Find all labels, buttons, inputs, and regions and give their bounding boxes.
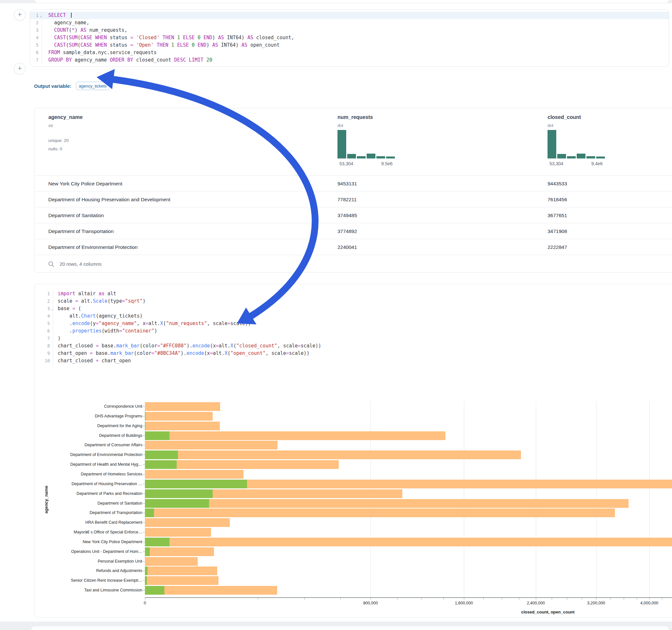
sql-cell[interactable]: 1⌄SELECT 2 agency_name,3 COUNT(*) AS num…	[30, 9, 669, 67]
code-line-7[interactable]: 7GROUP BY agency_name ORDER BY closed_co…	[30, 56, 669, 64]
histogram-bar	[557, 154, 566, 159]
python-editor[interactable]: 1import altair as alt2scale = alt.Scale(…	[34, 290, 672, 365]
chart-x-label: 1,600,000	[445, 601, 483, 605]
table-cell: Department of Housing Preservation and D…	[48, 192, 170, 208]
column-header-num_requests[interactable]: num_requests	[337, 114, 373, 120]
bar-closed-count	[145, 566, 217, 575]
chart-x-tick	[624, 597, 624, 600]
histogram-max-label: 9.4e6	[591, 161, 603, 166]
table-header: agency_namestrunique: 20nulls: 0num_requ…	[34, 108, 672, 175]
bar-open-count	[145, 538, 170, 547]
code-text: chart_open = base.mark_bar(color="#8BC34…	[53, 350, 310, 357]
code-line-3[interactable]: 3 COUNT(*) AS num_requests,	[30, 27, 669, 34]
chart-x-tick	[610, 597, 610, 600]
code-text: .encode(y="agency_name", x=alt.X("num_re…	[53, 320, 251, 327]
chart-x-tick	[421, 597, 422, 600]
chart-x-tick	[662, 597, 662, 600]
histogram-bar	[586, 156, 595, 159]
previous-cell-edge	[34, 0, 669, 3]
bar-closed-count	[145, 412, 213, 421]
code-line-5[interactable]: 5 .encode(y="agency_name", x=alt.X("num_…	[34, 320, 672, 327]
chart-y-tick	[143, 484, 145, 484]
chart-y-label: Operations Unit - Department of Hom…	[35, 549, 142, 554]
code-text: .properties(width="container")	[53, 327, 157, 335]
chart-y-tick	[143, 406, 145, 407]
page-bottom-margin	[0, 622, 672, 630]
table-cell: New York City Police Department	[48, 176, 122, 192]
code-text: COUNT(*) AS num_requests,	[42, 27, 127, 34]
bar-open-count	[145, 566, 147, 575]
code-line-3[interactable]: 3⌄base = (	[34, 305, 672, 312]
code-line-5[interactable]: 5 CAST(SUM(CASE WHEN status = 'Open' THE…	[30, 42, 669, 49]
line-number: 10	[34, 357, 53, 365]
chart-y-tick	[143, 561, 145, 562]
chart-y-tick	[143, 426, 145, 426]
chart-y-label: Correspondence Unit	[35, 404, 142, 409]
bar-open-count	[145, 576, 147, 585]
chart-y-tick	[143, 542, 145, 542]
chart-y-label: Department of Housing Preservation …	[35, 482, 142, 486]
code-line-10[interactable]: 10chart_closed + chart_open	[34, 357, 672, 365]
chart-y-tick	[143, 532, 145, 532]
code-line-6[interactable]: 6 .properties(width="container")	[34, 327, 672, 335]
chart-x-tick	[596, 597, 597, 600]
chart-x-tick	[649, 597, 650, 600]
chart-y-tick	[143, 513, 145, 513]
table-row: Department of Sanitation37494853677651	[34, 207, 672, 223]
add-cell-button-2[interactable]: +	[14, 63, 26, 75]
chart-y-label: Personal Exemption Unit	[35, 559, 142, 563]
line-number: 4	[34, 312, 53, 320]
chart-y-label: HRA Benefit Card Replacement	[35, 520, 142, 525]
code-line-4[interactable]: 4 CAST(SUM(CASE WHEN status = 'Closed' T…	[30, 34, 669, 42]
code-line-2[interactable]: 2 agency_name,	[30, 19, 669, 27]
code-line-4[interactable]: 4 alt.Chart(agency_tickets)	[34, 312, 672, 320]
output-variable-label: Output variable:	[34, 83, 71, 89]
code-line-9[interactable]: 9chart_open = base.mark_bar(color="#8BC3…	[34, 350, 672, 357]
bar-open-count	[145, 586, 164, 595]
histogram-bar	[347, 154, 356, 159]
chart-x-tick	[443, 597, 444, 600]
line-number: 1	[34, 290, 53, 297]
line-number: 1⌄	[30, 12, 42, 19]
bar-closed-count	[145, 557, 198, 566]
bar-closed-count	[145, 508, 615, 517]
table-cell: Department of Environmental Protection	[48, 239, 138, 255]
chart-y-tick	[143, 590, 145, 590]
table-cell: 2240041	[337, 239, 357, 255]
chart-y-tick	[143, 580, 145, 581]
bar-closed-count	[145, 518, 230, 527]
code-text: base = (	[53, 305, 81, 312]
line-number: 5	[30, 42, 42, 49]
code-line-1[interactable]: 1⌄SELECT	[30, 12, 669, 19]
table-cell: 7782211	[337, 192, 357, 208]
search-icon[interactable]	[48, 261, 54, 267]
table-cell: Department of Sanitation	[48, 208, 104, 223]
output-variable-pill[interactable]: agency_tickets	[76, 82, 110, 90]
code-line-1[interactable]: 1import altair as alt	[34, 290, 672, 297]
code-line-8[interactable]: 8chart_closed = base.mark_bar(color="#FF…	[34, 342, 672, 350]
column-header-agency_name[interactable]: agency_name	[48, 114, 83, 120]
bar-open-count	[145, 489, 213, 498]
bar-open-count	[145, 451, 178, 459]
column-header-closed_count[interactable]: closed_count	[548, 114, 581, 120]
bar-closed-count	[145, 402, 220, 411]
fold-chevron-icon[interactable]: ⌄	[51, 305, 53, 313]
bar-open-count	[145, 547, 150, 556]
chart-x-tick	[637, 597, 637, 600]
chart-y-tick	[143, 523, 145, 523]
next-cell-edge	[31, 626, 669, 630]
add-cell-button[interactable]: +	[14, 9, 26, 21]
code-text: FROM sample_data.nyc.service_requests	[42, 49, 157, 56]
chart-x-tick	[464, 597, 464, 600]
fold-chevron-icon[interactable]: ⌄	[40, 12, 42, 20]
histogram-bar	[376, 156, 385, 159]
chart-y-label: New York City Police Department	[35, 539, 142, 544]
histogram-bar	[367, 153, 376, 159]
code-line-6[interactable]: 6FROM sample_data.nyc.service_requests	[30, 49, 669, 56]
chart-y-tick	[143, 416, 145, 416]
code-line-7[interactable]: 7)	[34, 335, 672, 342]
chart-y-tick	[143, 474, 145, 475]
sql-editor[interactable]: 1⌄SELECT 2 agency_name,3 COUNT(*) AS num…	[30, 12, 669, 64]
chart-y-label: Department of Health and Mental Hyg…	[35, 462, 142, 467]
code-line-2[interactable]: 2scale = alt.Scale(type="sqrt")	[34, 297, 672, 305]
